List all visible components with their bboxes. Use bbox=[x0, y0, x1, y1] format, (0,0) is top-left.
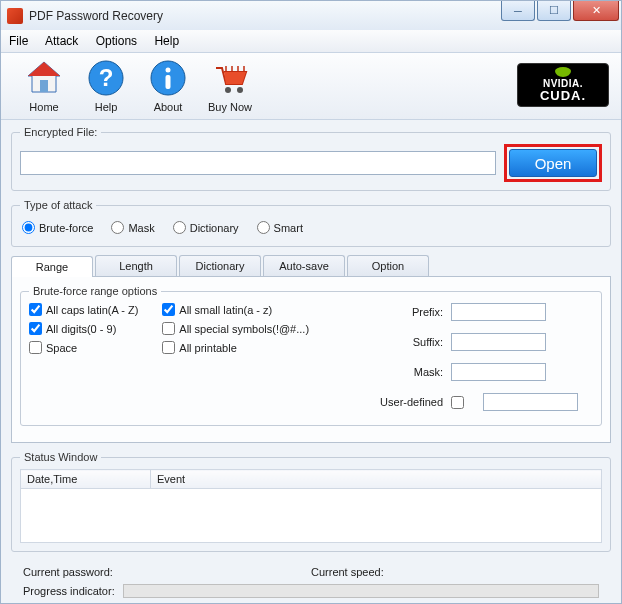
help-icon: ? bbox=[85, 57, 127, 99]
attack-dictionary[interactable]: Dictionary bbox=[173, 221, 239, 234]
svg-point-8 bbox=[225, 87, 231, 93]
minimize-button[interactable]: ─ bbox=[501, 1, 535, 21]
nvidia-logo-icon bbox=[555, 67, 571, 77]
range-printable[interactable]: All printable bbox=[162, 341, 309, 354]
tab-length[interactable]: Length bbox=[95, 255, 177, 276]
menu-file[interactable]: File bbox=[9, 34, 28, 48]
toolbar-home-label: Home bbox=[13, 101, 75, 113]
cart-icon bbox=[209, 57, 251, 99]
range-space-checkbox[interactable] bbox=[29, 341, 42, 354]
status-window-legend: Status Window bbox=[20, 451, 101, 463]
svg-rect-2 bbox=[40, 80, 48, 92]
maximize-button[interactable]: ☐ bbox=[537, 1, 571, 21]
menubar: File Attack Options Help bbox=[1, 30, 621, 53]
status-table-body[interactable] bbox=[20, 489, 602, 543]
toolbar-buynow[interactable]: Buy Now bbox=[199, 57, 261, 113]
cuda-text: CUDA. bbox=[540, 89, 586, 103]
app-icon bbox=[7, 8, 23, 24]
svg-point-9 bbox=[237, 87, 243, 93]
open-button[interactable]: Open bbox=[509, 149, 597, 177]
tab-option[interactable]: Option bbox=[347, 255, 429, 276]
attack-type-group: Type of attack Brute-force Mask Dictiona… bbox=[11, 199, 611, 247]
svg-point-6 bbox=[166, 68, 171, 73]
attack-smart[interactable]: Smart bbox=[257, 221, 303, 234]
attack-dictionary-radio[interactable] bbox=[173, 221, 186, 234]
titlebar: PDF Password Recovery ─ ☐ ✕ bbox=[0, 0, 622, 30]
tab-dictionary[interactable]: Dictionary bbox=[179, 255, 261, 276]
attack-smart-radio[interactable] bbox=[257, 221, 270, 234]
window-title: PDF Password Recovery bbox=[29, 9, 163, 23]
open-button-highlight: Open bbox=[504, 144, 602, 182]
range-digits-checkbox[interactable] bbox=[29, 322, 42, 335]
range-options-legend: Brute-force range options bbox=[29, 285, 161, 297]
range-digits[interactable]: All digits(0 - 9) bbox=[29, 322, 138, 335]
info-icon bbox=[147, 57, 189, 99]
toolbar-help-label: Help bbox=[75, 101, 137, 113]
prefix-input[interactable] bbox=[451, 303, 546, 321]
range-special[interactable]: All special symbols(!@#...) bbox=[162, 322, 309, 335]
status-window-group: Status Window Date,Time Event bbox=[11, 451, 611, 552]
toolbar-help[interactable]: ? Help bbox=[75, 57, 137, 113]
svg-rect-7 bbox=[166, 75, 171, 89]
tab-range[interactable]: Range bbox=[11, 256, 93, 277]
encrypted-file-legend: Encrypted File: bbox=[20, 126, 101, 138]
attack-mask[interactable]: Mask bbox=[111, 221, 154, 234]
toolbar: Home ? Help About Buy Now NVIDIA. CUDA. bbox=[1, 53, 621, 120]
userdef-input[interactable] bbox=[483, 393, 578, 411]
menu-help[interactable]: Help bbox=[154, 34, 179, 48]
mask-label: Mask: bbox=[353, 366, 443, 378]
range-printable-checkbox[interactable] bbox=[162, 341, 175, 354]
userdef-checkbox[interactable] bbox=[451, 396, 464, 409]
toolbar-home[interactable]: Home bbox=[13, 57, 75, 113]
home-icon bbox=[23, 57, 65, 99]
attack-mask-radio[interactable] bbox=[111, 221, 124, 234]
suffix-input[interactable] bbox=[451, 333, 546, 351]
progress-bar bbox=[123, 584, 599, 598]
progress-label: Progress indicator: bbox=[23, 585, 115, 597]
range-special-checkbox[interactable] bbox=[162, 322, 175, 335]
range-caps-checkbox[interactable] bbox=[29, 303, 42, 316]
status-col-event[interactable]: Event bbox=[151, 470, 602, 489]
suffix-label: Suffix: bbox=[353, 336, 443, 348]
range-small[interactable]: All small latin(a - z) bbox=[162, 303, 309, 316]
status-table: Date,Time Event bbox=[20, 469, 602, 489]
menu-options[interactable]: Options bbox=[96, 34, 137, 48]
mask-input[interactable] bbox=[451, 363, 546, 381]
status-col-datetime[interactable]: Date,Time bbox=[21, 470, 151, 489]
toolbar-about[interactable]: About bbox=[137, 57, 199, 113]
tabstrip: Range Length Dictionary Auto-save Option bbox=[11, 255, 611, 277]
toolbar-buynow-label: Buy Now bbox=[199, 101, 261, 113]
range-caps[interactable]: All caps latin(A - Z) bbox=[29, 303, 138, 316]
tab-panel-range: Brute-force range options All caps latin… bbox=[11, 277, 611, 443]
range-small-checkbox[interactable] bbox=[162, 303, 175, 316]
tab-autosave[interactable]: Auto-save bbox=[263, 255, 345, 276]
nvidia-cuda-badge: NVIDIA. CUDA. bbox=[517, 63, 609, 107]
attack-type-legend: Type of attack bbox=[20, 199, 96, 211]
userdef-label: User-defined bbox=[353, 396, 443, 408]
prefix-label: Prefix: bbox=[353, 306, 443, 318]
range-space[interactable]: Space bbox=[29, 341, 138, 354]
current-password-label: Current password: bbox=[23, 566, 113, 578]
attack-bruteforce[interactable]: Brute-force bbox=[22, 221, 93, 234]
range-options-group: Brute-force range options All caps latin… bbox=[20, 285, 602, 426]
attack-bruteforce-radio[interactable] bbox=[22, 221, 35, 234]
current-speed-label: Current speed: bbox=[311, 566, 384, 578]
encrypted-file-group: Encrypted File: Open bbox=[11, 126, 611, 191]
encrypted-file-input[interactable] bbox=[20, 151, 496, 175]
svg-text:?: ? bbox=[99, 64, 114, 91]
close-button[interactable]: ✕ bbox=[573, 1, 619, 21]
menu-attack[interactable]: Attack bbox=[45, 34, 78, 48]
toolbar-about-label: About bbox=[137, 101, 199, 113]
svg-marker-1 bbox=[28, 62, 60, 76]
